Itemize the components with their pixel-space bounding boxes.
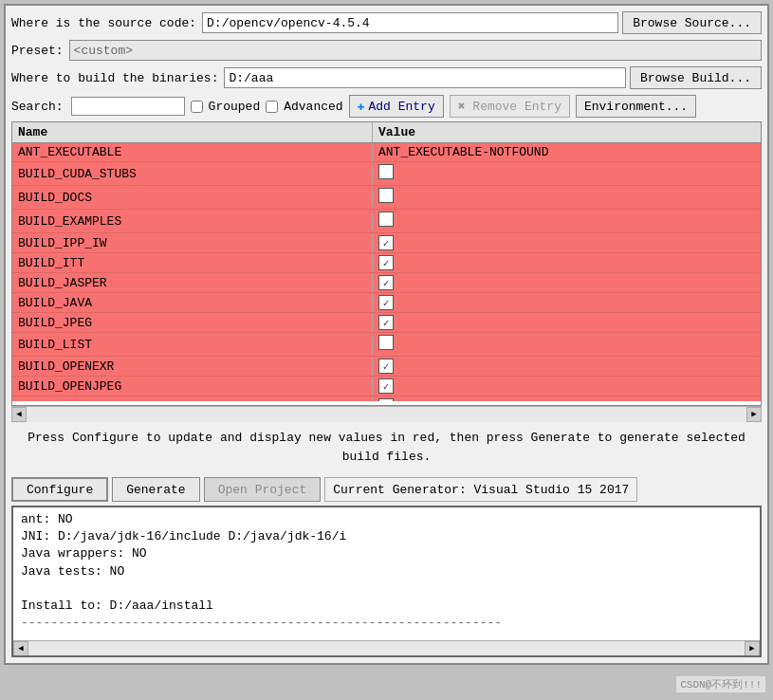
grouped-checkbox[interactable]: [191, 101, 203, 113]
scroll-right-button[interactable]: ▶: [746, 407, 762, 422]
row-checkbox[interactable]: [378, 295, 394, 310]
scroll-track[interactable]: [27, 407, 746, 422]
plus-icon: ✚: [358, 99, 365, 114]
preset-label: Preset:: [11, 44, 64, 58]
row-checkbox[interactable]: [378, 315, 394, 330]
preset-input[interactable]: [69, 40, 762, 61]
row-checkbox[interactable]: [378, 235, 394, 250]
table-body: ANT_EXECUTABLEANT_EXECUTABLE-NOTFOUNDBUI…: [12, 143, 761, 401]
advanced-checkbox-label[interactable]: Advanced: [266, 100, 342, 114]
table-row[interactable]: BUILD_IPP_IW: [12, 233, 761, 253]
output-container: ant: NO JNI: D:/java/jdk-16/include D:/j…: [11, 506, 762, 657]
name-column-header: Name: [12, 122, 373, 142]
row-checkbox[interactable]: [378, 378, 394, 394]
browse-build-button[interactable]: Browse Build...: [630, 66, 762, 89]
row-value: [373, 357, 761, 376]
remove-entry-label: ✖: [458, 100, 473, 114]
generate-button[interactable]: Generate: [112, 477, 199, 502]
row-checkbox[interactable]: [378, 359, 394, 374]
output-scroll-track[interactable]: [28, 641, 745, 656]
table-row[interactable]: BUILD_OPENEXR: [12, 357, 761, 377]
output-line: ----------------------------------------…: [21, 615, 752, 632]
row-checkbox[interactable]: [378, 398, 394, 401]
build-label: Where to build the binaries:: [11, 71, 218, 85]
browse-source-button[interactable]: Browse Source...: [622, 11, 762, 34]
row-value: [373, 377, 761, 396]
row-value: [373, 333, 761, 356]
row-name: BUILD_DOCS: [12, 189, 373, 207]
source-row: Where is the source code: Browse Source.…: [11, 11, 762, 34]
scroll-left-button[interactable]: ◀: [11, 407, 27, 422]
row-value: [373, 293, 761, 312]
table-row[interactable]: BUILD_CUDA_STUBS: [12, 162, 761, 186]
build-input[interactable]: [224, 67, 626, 88]
output-scroll-right[interactable]: ▶: [745, 641, 760, 656]
source-label: Where is the source code:: [11, 16, 196, 30]
row-checkbox[interactable]: [378, 255, 394, 270]
output-scroll-left[interactable]: ◀: [13, 641, 28, 656]
row-value: [373, 396, 761, 401]
source-input[interactable]: [202, 12, 618, 33]
row-value: [373, 313, 761, 332]
table-row[interactable]: BUILD_OPENJPEG: [12, 377, 761, 396]
search-input[interactable]: [71, 97, 185, 116]
row-name: BUILD_OPENEXR: [12, 358, 373, 376]
row-name: ANT_EXECUTABLE: [12, 143, 373, 161]
output-line: ant: NO: [21, 511, 752, 528]
row-name: BUILD_CUDA_STUBS: [12, 165, 373, 183]
table-row[interactable]: BUILD_DOCS: [12, 186, 761, 210]
output-line: Java wrappers: NO: [21, 545, 752, 562]
build-row: Where to build the binaries: Browse Buil…: [11, 66, 762, 89]
row-value: [373, 253, 761, 272]
environment-button[interactable]: Environment...: [576, 95, 696, 118]
row-checkbox[interactable]: [378, 335, 394, 350]
advanced-label: Advanced: [284, 100, 342, 114]
row-name: BUILD_LIST: [12, 336, 373, 354]
open-project-button[interactable]: Open Project: [204, 477, 322, 502]
table-row[interactable]: BUILD_LIST: [12, 333, 761, 357]
remove-entry-button[interactable]: ✖ Remove Entry: [450, 95, 570, 118]
advanced-checkbox[interactable]: [266, 101, 278, 113]
output-horizontal-scrollbar[interactable]: ◀ ▶: [13, 640, 760, 655]
grouped-checkbox-label[interactable]: Grouped: [191, 100, 261, 114]
horizontal-scrollbar[interactable]: ◀ ▶: [11, 406, 762, 421]
row-value: [373, 162, 761, 185]
table-row[interactable]: BUILD_PACKAGE: [12, 396, 761, 401]
table-row[interactable]: BUILD_EXAMPLES: [12, 210, 761, 233]
output-body: ant: NO JNI: D:/java/jdk-16/include D:/j…: [13, 507, 760, 640]
add-entry-label: Add Entry: [368, 100, 434, 114]
table-row[interactable]: BUILD_ITT: [12, 253, 761, 273]
row-checkbox[interactable]: [378, 212, 394, 227]
output-line: Install to: D:/aaa/install: [21, 598, 752, 615]
table-row[interactable]: BUILD_JPEG: [12, 313, 761, 333]
row-value: ANT_EXECUTABLE-NOTFOUND: [373, 143, 761, 161]
grouped-label: Grouped: [209, 100, 261, 114]
table-row[interactable]: BUILD_JAVA: [12, 293, 761, 313]
row-name: BUILD_PACKAGE: [12, 397, 373, 402]
output-line: [21, 632, 752, 640]
configure-button[interactable]: Configure: [11, 477, 108, 502]
output-line: Java tests: NO: [21, 563, 752, 580]
bottom-buttons: Configure Generate Open Project Current …: [11, 477, 762, 502]
row-name: BUILD_JPEG: [12, 314, 373, 332]
add-entry-button[interactable]: ✚ Add Entry: [349, 95, 444, 118]
watermark: CSDN@不环到!!!: [676, 676, 765, 692]
row-checkbox[interactable]: [378, 275, 394, 290]
info-text: Press Configure to update and display ne…: [11, 421, 762, 473]
row-checkbox[interactable]: [378, 164, 394, 179]
row-value: [373, 233, 761, 252]
row-name: BUILD_JAVA: [12, 294, 373, 312]
row-value: [373, 273, 761, 292]
table-row[interactable]: BUILD_JASPER: [12, 273, 761, 293]
row-checkbox[interactable]: [378, 188, 394, 203]
value-column-header: Value: [373, 122, 761, 142]
search-label: Search:: [11, 100, 64, 114]
row-name: BUILD_EXAMPLES: [12, 212, 373, 230]
table-row[interactable]: ANT_EXECUTABLEANT_EXECUTABLE-NOTFOUND: [12, 143, 761, 162]
output-line: [21, 580, 752, 598]
row-name: BUILD_ITT: [12, 254, 373, 272]
table-header: Name Value: [12, 122, 761, 143]
row-value: [373, 210, 761, 232]
row-name: BUILD_IPP_IW: [12, 234, 373, 252]
entries-table: Name Value ANT_EXECUTABLEANT_EXECUTABLE-…: [11, 121, 762, 406]
